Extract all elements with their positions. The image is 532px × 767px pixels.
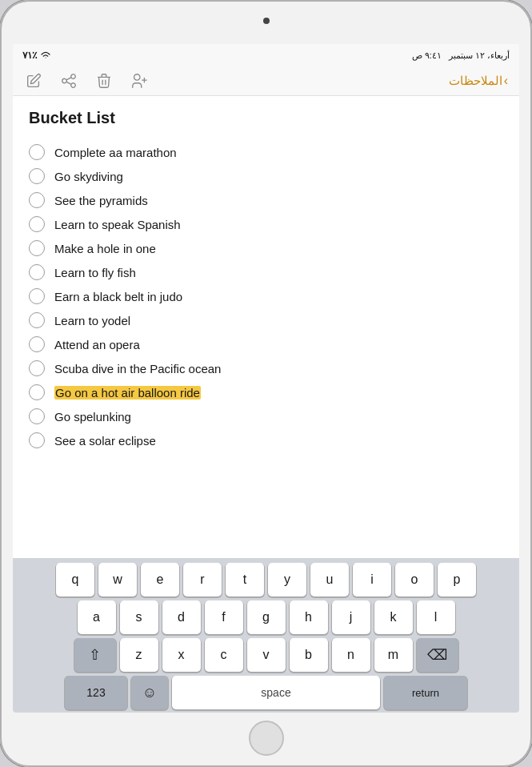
notes-link-label: الملاحظات: [449, 74, 502, 88]
compose-button[interactable]: [24, 71, 43, 90]
key-l[interactable]: l: [417, 600, 455, 634]
key-t[interactable]: t: [226, 563, 264, 596]
back-chevron-icon: ›: [504, 74, 508, 88]
key-g[interactable]: g: [247, 600, 286, 634]
item-text-12: Go spelunking: [54, 410, 131, 424]
key-m[interactable]: m: [374, 638, 413, 672]
check-circle-2[interactable]: [29, 168, 45, 184]
key-a[interactable]: a: [78, 600, 116, 634]
key-k[interactable]: k: [374, 600, 413, 634]
list-item: Make a hole in one: [29, 236, 503, 260]
battery-level: ٧١٪: [22, 50, 37, 61]
item-text-7: Earn a black belt in judo: [54, 290, 182, 303]
key-p[interactable]: p: [438, 563, 476, 596]
list-item: Go spelunking: [29, 404, 503, 428]
key-z[interactable]: z: [120, 638, 158, 672]
delete-key[interactable]: ⌫: [417, 638, 458, 672]
item-text-1: Complete aa marathon: [54, 146, 177, 159]
item-text-10: Scuba dive in the Pacific ocean: [54, 362, 221, 375]
key-c[interactable]: c: [205, 638, 243, 672]
key-y[interactable]: y: [268, 563, 306, 596]
keyboard-row-4: 123 ☺ space return: [16, 676, 516, 709]
share-button[interactable]: [59, 71, 78, 90]
list-item: Complete aa marathon: [29, 140, 503, 164]
keyboard: q w e r t y u i o p a s d f g h j k: [13, 558, 519, 713]
check-circle-4[interactable]: [29, 216, 45, 232]
item-text-5: Make a hole in one: [54, 242, 156, 255]
numbers-key[interactable]: 123: [65, 676, 127, 709]
list-item: Learn to speak Spanish: [29, 212, 503, 236]
key-q[interactable]: q: [56, 563, 94, 596]
item-text-8: Learn to yodel: [54, 314, 130, 327]
check-circle-12[interactable]: [29, 408, 45, 424]
list-item: Earn a black belt in judo: [29, 284, 503, 308]
check-circle-8[interactable]: [29, 312, 45, 328]
key-h[interactable]: h: [290, 600, 328, 634]
notes-link[interactable]: › الملاحظات: [449, 74, 508, 88]
key-b[interactable]: b: [290, 638, 328, 672]
check-circle-11[interactable]: [29, 384, 45, 400]
check-circle-3[interactable]: [29, 192, 45, 208]
toolbar: › الملاحظات: [13, 66, 519, 96]
check-circle-1[interactable]: [29, 144, 45, 160]
list-item: See the pyramids: [29, 188, 503, 212]
check-circle-9[interactable]: [29, 336, 45, 352]
checklist: Complete aa marathon Go skydiving See th…: [29, 140, 503, 452]
ipad-frame: ٧١٪ أربعاء، ١٢ سبتمبر ٩:٤١ ص: [0, 0, 532, 767]
item-text-2: Go skydiving: [54, 170, 123, 183]
item-text-13: See a solar eclipse: [54, 434, 156, 448]
status-left: ٧١٪: [22, 50, 51, 62]
check-circle-7[interactable]: [29, 288, 45, 304]
notes-nav[interactable]: › الملاحظات: [449, 74, 508, 88]
list-item: Attend an opera: [29, 332, 503, 356]
key-s[interactable]: s: [120, 600, 158, 634]
wifi-icon: [40, 50, 51, 62]
list-item: Learn to fly fish: [29, 260, 503, 284]
check-circle-13[interactable]: [29, 432, 45, 448]
status-bar: ٧١٪ أربعاء، ١٢ سبتمبر ٩:٤١ ص: [13, 44, 519, 66]
list-item: Scuba dive in the Pacific ocean: [29, 356, 503, 380]
check-circle-6[interactable]: [29, 264, 45, 280]
list-item: Go on a hot air balloon ride: [29, 380, 503, 404]
list-item: See a solar eclipse: [29, 428, 503, 452]
keyboard-row-3: ⇧ z x c v b n m ⌫: [16, 638, 516, 672]
key-d[interactable]: d: [162, 600, 201, 634]
item-text-4: Learn to speak Spanish: [54, 218, 181, 231]
add-person-button[interactable]: [130, 71, 149, 90]
key-v[interactable]: v: [247, 638, 286, 672]
key-e[interactable]: e: [141, 563, 179, 596]
notes-content: Bucket List Complete aa marathon Go skyd…: [13, 96, 519, 558]
key-i[interactable]: i: [353, 563, 391, 596]
space-key[interactable]: space: [172, 676, 380, 709]
key-j[interactable]: j: [332, 600, 370, 634]
check-circle-5[interactable]: [29, 240, 45, 256]
emoji-key[interactable]: ☺: [131, 676, 168, 709]
return-key[interactable]: return: [384, 676, 467, 709]
key-o[interactable]: o: [395, 563, 434, 596]
keyboard-row-2: a s d f g h j k l: [16, 600, 516, 634]
list-item: Learn to yodel: [29, 308, 503, 332]
svg-point-0: [134, 74, 140, 80]
delete-button[interactable]: [94, 71, 114, 90]
screen: ٧١٪ أربعاء، ١٢ سبتمبر ٩:٤١ ص: [13, 44, 519, 713]
key-f[interactable]: f: [205, 600, 243, 634]
check-circle-10[interactable]: [29, 360, 45, 376]
list-item: Go skydiving: [29, 164, 503, 188]
item-text-11: Go on a hot air balloon ride: [54, 386, 201, 400]
date-display: أربعاء، ١٢ سبتمبر: [449, 50, 510, 60]
item-text-6: Learn to fly fish: [54, 266, 136, 279]
note-title: Bucket List: [29, 109, 503, 127]
key-w[interactable]: w: [98, 563, 137, 596]
item-text-9: Attend an opera: [54, 338, 140, 351]
item-text-3: See the pyramids: [54, 194, 148, 207]
shift-key[interactable]: ⇧: [74, 638, 116, 672]
key-r[interactable]: r: [183, 563, 222, 596]
camera: [263, 18, 270, 24]
key-n[interactable]: n: [332, 638, 370, 672]
time-display: ٩:٤١ ص: [412, 50, 442, 60]
status-right: أربعاء، ١٢ سبتمبر ٩:٤١ ص: [412, 50, 510, 61]
key-x[interactable]: x: [162, 638, 201, 672]
keyboard-row-1: q w e r t y u i o p: [16, 563, 516, 596]
home-button[interactable]: [249, 721, 284, 756]
key-u[interactable]: u: [310, 563, 349, 596]
